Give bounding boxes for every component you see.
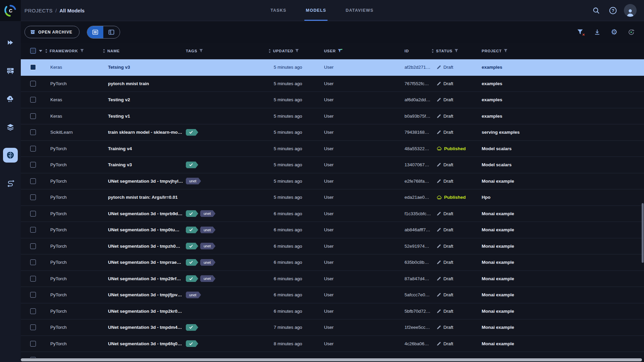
model-name: Testing v1 xyxy=(103,114,186,119)
table-row[interactable]: PyTorchpytorch mnist train: Args/lr=0.01… xyxy=(21,189,644,206)
tab-dataviews[interactable]: DATAVIEWS xyxy=(344,0,375,21)
sort-icon[interactable] xyxy=(45,49,48,53)
sort-icon[interactable] xyxy=(268,49,271,53)
row-checkbox[interactable] xyxy=(30,146,36,152)
row-checkbox[interactable] xyxy=(30,113,36,119)
user-avatar[interactable] xyxy=(624,4,637,17)
clear-filters-icon[interactable]: ✕ xyxy=(576,28,584,36)
settings-icon[interactable]: ⚙ xyxy=(610,28,618,36)
column-header-tags[interactable]: TAGS xyxy=(186,49,268,53)
tab-models[interactable]: MODELS xyxy=(305,0,328,21)
row-checkbox-cell xyxy=(21,243,45,249)
table-row[interactable]: PyTorchTraining v35 minutes agoUser13407… xyxy=(21,157,644,173)
table-row[interactable]: PyTorchUNet segmentation 3d - tmp6fq0…8 … xyxy=(21,336,644,352)
selection-caret-icon[interactable] xyxy=(39,50,42,52)
row-checkbox[interactable] xyxy=(30,324,36,330)
status-cell: Draft xyxy=(431,227,482,232)
row-checkbox[interactable] xyxy=(30,243,36,249)
row-checkbox[interactable] xyxy=(30,129,36,135)
table-row[interactable]: PyTorchUNet segmentation 3d - tmpdm4…7 m… xyxy=(21,319,644,336)
row-checkbox[interactable] xyxy=(30,308,36,314)
row-checkbox[interactable] xyxy=(30,97,36,103)
table-row[interactable]: ScikitLearntrain sklearn model - sklearn… xyxy=(21,124,644,141)
breadcrumb-projects[interactable]: PROJECTS xyxy=(24,8,53,13)
tags-cell: unet xyxy=(186,227,268,233)
row-checkbox[interactable] xyxy=(30,259,36,265)
updated-cell: 5 minutes ago xyxy=(268,146,324,151)
sidebar-item-applications[interactable] xyxy=(3,92,18,106)
download-icon[interactable] xyxy=(593,28,601,36)
help-icon[interactable]: ? xyxy=(607,5,619,16)
status-cell: Draft xyxy=(431,179,482,184)
status-draft-icon xyxy=(437,228,441,232)
status-draft-icon xyxy=(437,114,441,118)
filter-icon-project[interactable] xyxy=(504,49,507,53)
filter-icon-framework[interactable] xyxy=(80,49,84,53)
model-id: 1f2eee5ccc… xyxy=(405,325,431,330)
sidebar-item-models[interactable] xyxy=(3,148,18,163)
sort-icon[interactable] xyxy=(431,49,434,53)
status-label: Draft xyxy=(443,309,453,314)
table-row[interactable]: PyTorchUNet segmentation 3d - tmp0ap…8 m… xyxy=(21,352,644,358)
table-view-button[interactable] xyxy=(87,26,104,38)
table-row[interactable]: KerasTesting v25 minutes agoUseraf6d0a2d… xyxy=(21,92,644,108)
column-header-name[interactable]: NAME xyxy=(103,49,186,53)
search-icon[interactable] xyxy=(590,5,602,16)
column-label-status: STATUS xyxy=(436,49,452,53)
filter-icon-user[interactable] xyxy=(338,49,341,53)
horizontal-scrollbar[interactable] xyxy=(21,358,642,361)
table-row[interactable]: PyTorchUNet segmentation 3d - tmp2kr0…6 … xyxy=(21,303,644,320)
table-row[interactable]: KerasTesting v15 minutes agoUserb0a93b75… xyxy=(21,108,644,125)
open-archive-button[interactable]: OPEN ARCHIVE xyxy=(24,26,79,38)
table-row[interactable]: PyTorchUNet segmentation 3d - tmp29rf…un… xyxy=(21,271,644,287)
table-row[interactable]: PyTorchpytorch mnist train5 minutes agoU… xyxy=(21,76,644,92)
filter-icon-updated[interactable] xyxy=(295,49,299,53)
vertical-scrollbar[interactable] xyxy=(642,203,644,263)
column-header-project[interactable]: PROJECT xyxy=(482,49,644,53)
column-header-id[interactable]: ID xyxy=(405,49,431,53)
row-checkbox[interactable] xyxy=(30,357,36,358)
card-view-button[interactable] xyxy=(103,26,120,38)
column-header-updated[interactable]: UPDATED xyxy=(268,49,324,53)
filter-icon-tags[interactable] xyxy=(199,49,203,53)
row-checkbox[interactable] xyxy=(30,292,36,298)
column-header-status[interactable]: STATUS xyxy=(431,49,482,53)
table-row[interactable]: PyTorchUNet segmentation 3d - tmpvjhyl…u… xyxy=(21,173,644,190)
sidebar-item-pipelines[interactable] xyxy=(3,176,18,191)
model-id: 40fb2a2a0a… xyxy=(405,357,431,358)
model-name: UNet segmentation 3d - tmp2kr0… xyxy=(103,309,186,314)
column-header-user[interactable]: USER xyxy=(324,49,405,53)
tags-cell: unet xyxy=(186,259,268,266)
clearml-logo[interactable]: C xyxy=(0,0,21,21)
model-id: 5bfb70d72… xyxy=(405,309,431,314)
table-row[interactable]: KerasTetsing v35 minutes agoUseraf2b2d27… xyxy=(21,59,644,76)
tag-chip-check xyxy=(186,324,198,331)
sidebar-item-datasets[interactable] xyxy=(3,120,18,134)
row-checkbox[interactable] xyxy=(30,81,36,86)
row-checkbox[interactable] xyxy=(30,178,36,184)
table-row[interactable]: PyTorchUNet segmentation 3d - tmprrae…un… xyxy=(21,254,644,271)
filter-icon-status[interactable] xyxy=(454,49,458,53)
table-row[interactable]: PyTorchUNet segmentation 3d - tmprb9d…un… xyxy=(21,206,644,222)
row-checkbox-cell xyxy=(21,341,45,347)
row-checkbox[interactable] xyxy=(30,227,36,233)
row-checkbox[interactable] xyxy=(30,162,36,168)
table-row[interactable]: PyTorchUNet segmentation 3d - tmpzh0…une… xyxy=(21,238,644,255)
user-cell: User xyxy=(324,162,405,167)
row-checkbox[interactable] xyxy=(30,211,36,217)
column-header-framework[interactable]: FRAMEWORK xyxy=(45,49,103,53)
select-all-checkbox[interactable] xyxy=(30,48,36,54)
sort-icon[interactable] xyxy=(103,49,105,53)
row-checkbox[interactable] xyxy=(30,194,36,200)
row-checkbox[interactable] xyxy=(30,341,36,347)
row-checkbox[interactable] xyxy=(30,276,36,282)
row-checkbox[interactable] xyxy=(30,64,36,70)
table-row[interactable]: PyTorchUNet segmentation 3d - tmp0tu…une… xyxy=(21,222,644,238)
auto-refresh-icon[interactable] xyxy=(627,28,635,36)
table-row[interactable]: PyTorchTraining v45 minutes agoUser48a55… xyxy=(21,141,644,157)
sidebar-item-projects[interactable] xyxy=(3,35,18,50)
framework-cell: PyTorch xyxy=(45,341,103,346)
sidebar-item-workers-queues[interactable] xyxy=(3,63,18,78)
tab-tasks[interactable]: TASKS xyxy=(269,0,287,21)
table-row[interactable]: PyTorchUNet segmentation 3d - tmpjfjpv…u… xyxy=(21,287,644,303)
